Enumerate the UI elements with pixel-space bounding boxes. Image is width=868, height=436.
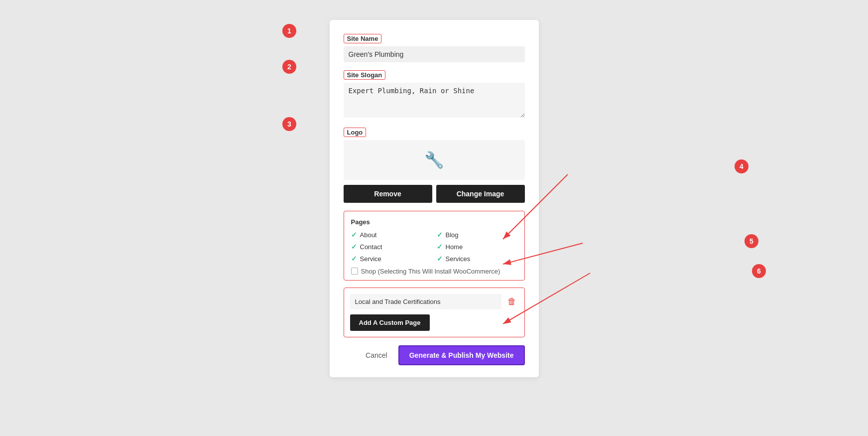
badge-4: 4: [735, 159, 748, 173]
pages-grid: ✓ About ✓ Blog ✓ Contact ✓ Home ✓ Se: [351, 231, 517, 275]
change-image-button[interactable]: Change Image: [436, 185, 525, 203]
check-icon-service: ✓: [351, 255, 357, 263]
badge-3: 3: [282, 117, 296, 131]
page-item-services[interactable]: ✓ Services: [437, 255, 517, 263]
page-label-about: About: [360, 231, 377, 239]
remove-button[interactable]: Remove: [344, 185, 432, 203]
page-item-contact[interactable]: ✓ Contact: [351, 243, 432, 251]
site-name-input[interactable]: [344, 46, 525, 62]
logo-btn-row: Remove Change Image: [344, 185, 525, 203]
delete-custom-page-button[interactable]: 🗑: [505, 295, 518, 308]
page-item-home[interactable]: ✓ Home: [437, 243, 517, 251]
page-label-services: Services: [446, 255, 471, 263]
logo-preview: 🔧: [344, 140, 525, 180]
custom-page-input[interactable]: [350, 294, 501, 309]
checkbox-shop[interactable]: [351, 268, 358, 275]
site-name-group: Site Name: [344, 34, 525, 62]
page-item-blog[interactable]: ✓ Blog: [437, 231, 517, 239]
badge-6: 6: [752, 264, 766, 278]
badge-2: 2: [282, 60, 296, 74]
logo-group: Logo 🔧 Remove Change Image: [344, 128, 525, 203]
page-label-shop: Shop (Selecting This Will Install WooCom…: [361, 268, 500, 275]
page-label-contact: Contact: [360, 243, 382, 251]
pages-title: Pages: [351, 218, 517, 226]
site-slogan-label: Site Slogan: [344, 70, 386, 80]
check-icon-home: ✓: [437, 243, 443, 251]
site-slogan-input[interactable]: Expert Plumbing, Rain or Shine: [344, 83, 525, 118]
page-label-service: Service: [360, 255, 381, 263]
page-label-blog: Blog: [446, 231, 459, 239]
cancel-button[interactable]: Cancel: [361, 347, 392, 363]
custom-page-section: 🗑 Add A Custom Page: [344, 288, 525, 337]
logo-icon: 🔧: [424, 150, 444, 169]
page-wrapper: 1 2 3 4 5 6 Site Name: [10, 10, 858, 436]
badge-5: 5: [744, 234, 758, 248]
page-item-service[interactable]: ✓ Service: [351, 255, 432, 263]
footer-row: Cancel Generate & Publish My Website: [344, 345, 525, 365]
check-icon-blog: ✓: [437, 231, 443, 239]
site-slogan-group: Site Slogan Expert Plumbing, Rain or Shi…: [344, 70, 525, 120]
page-item-about[interactable]: ✓ About: [351, 231, 432, 239]
publish-button[interactable]: Generate & Publish My Website: [398, 345, 525, 365]
check-icon-contact: ✓: [351, 243, 357, 251]
logo-label: Logo: [344, 128, 367, 137]
pages-section: Pages ✓ About ✓ Blog ✓ Contact ✓ Home: [344, 211, 525, 281]
site-name-label: Site Name: [344, 34, 382, 43]
check-icon-services: ✓: [437, 255, 443, 263]
page-label-home: Home: [446, 243, 463, 251]
add-custom-page-button[interactable]: Add A Custom Page: [350, 314, 430, 331]
custom-input-row: 🗑: [350, 294, 518, 309]
check-icon-about: ✓: [351, 231, 357, 239]
page-item-shop[interactable]: Shop (Selecting This Will Install WooCom…: [351, 268, 517, 275]
badge-1: 1: [282, 24, 296, 38]
form-card: Site Name Site Slogan Expert Plumbing, R…: [330, 20, 539, 377]
